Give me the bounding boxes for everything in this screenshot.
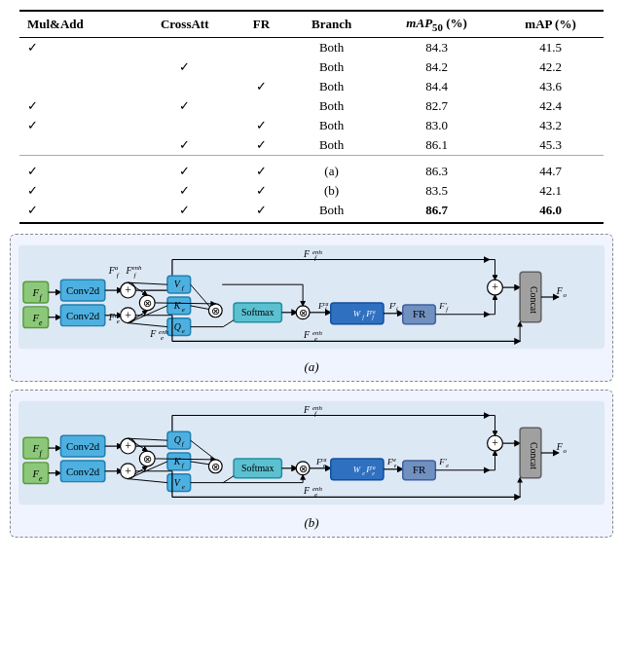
diagram-a-svg: F f Conv2d F f a F f enh + F — [18, 244, 605, 352]
svg-text:+: + — [492, 436, 498, 450]
svg-text:Conv2d: Conv2d — [66, 309, 100, 320]
svg-text:+: + — [125, 464, 131, 477]
svg-text:w: w — [392, 456, 396, 462]
col-header-map50: mAP50 (%) — [376, 11, 497, 37]
check-cell: ✓ — [134, 96, 236, 116]
svg-text:e: e — [182, 326, 185, 333]
check-cell: ✓ — [19, 37, 134, 57]
svg-text:FR: FR — [413, 463, 426, 474]
svg-text:Q: Q — [174, 320, 181, 331]
svg-text:a: a — [115, 264, 119, 271]
map50-cell: 84.2 — [376, 57, 497, 77]
svg-text:enh: enh — [159, 328, 169, 335]
diagram-b-svg: F f Conv2d + F f enh Q f K f — [18, 400, 605, 507]
map50-cell: 84.4 — [376, 77, 497, 96]
table-row: ✓Both84.341.5 — [19, 37, 604, 57]
map-cell: 44.7 — [497, 162, 604, 181]
table-row: ✓✓✓(a)86.344.7 — [19, 162, 604, 181]
svg-text:e: e — [182, 305, 185, 312]
svg-text:ca: ca — [370, 464, 376, 469]
col-header-fr: FR — [236, 11, 287, 37]
map50-cell: 86.7 — [376, 201, 497, 223]
svg-text:e: e — [182, 482, 185, 489]
table-row: ✓✓Both82.742.4 — [19, 96, 604, 116]
branch-cell: Both — [287, 135, 376, 156]
svg-text:⊗: ⊗ — [299, 306, 308, 317]
svg-text:o: o — [564, 291, 568, 298]
svg-text:⊗: ⊗ — [299, 462, 308, 473]
svg-text:enh: enh — [312, 485, 323, 492]
svg-text:enh: enh — [312, 247, 323, 254]
branch-cell: Both — [287, 37, 376, 57]
svg-text:⊗: ⊗ — [211, 304, 220, 316]
check-cell: ✓ — [134, 201, 236, 223]
svg-text:+: + — [125, 439, 131, 453]
svg-text:o: o — [564, 447, 568, 454]
col-header-map: mAP (%) — [497, 11, 604, 37]
svg-text:e: e — [39, 317, 43, 326]
svg-text:ca: ca — [321, 456, 327, 462]
branch-cell: Both — [287, 201, 376, 223]
col-header-branch: Branch — [287, 11, 376, 37]
check-cell: ✓ — [19, 181, 134, 201]
svg-text:F: F — [556, 285, 564, 296]
diagram-b-label: (b) — [18, 515, 605, 531]
map-cell: 43.2 — [497, 116, 604, 135]
branch-cell: Both — [287, 96, 376, 116]
diagram-a-label: (a) — [18, 359, 605, 375]
svg-text:⊗: ⊗ — [143, 296, 152, 308]
check-cell: ✓ — [134, 57, 236, 77]
map-cell: 43.6 — [497, 77, 604, 96]
check-cell: ✓ — [134, 162, 236, 181]
svg-text:e: e — [372, 469, 375, 475]
svg-text:ca: ca — [370, 308, 376, 314]
col-header-crossatt: CrossAtt — [134, 11, 236, 37]
svg-text:ca: ca — [323, 300, 329, 306]
svg-text:FR: FR — [413, 307, 426, 318]
check-cell: ✓ — [19, 116, 134, 135]
check-cell — [236, 57, 287, 77]
check-cell — [19, 135, 134, 156]
map50-cell: 82.7 — [376, 96, 497, 116]
check-cell: ✓ — [236, 135, 287, 156]
svg-text:e: e — [394, 462, 397, 467]
svg-text:Conv2d: Conv2d — [66, 440, 100, 452]
table-row: ✓✓✓Both86.746.0 — [19, 201, 604, 223]
check-cell — [134, 37, 236, 57]
check-cell: ✓ — [236, 77, 287, 96]
svg-text:Conv2d: Conv2d — [66, 465, 100, 476]
svg-text:Q: Q — [174, 434, 181, 445]
svg-text:F: F — [303, 329, 311, 340]
svg-text:F: F — [149, 328, 157, 339]
svg-text:e: e — [446, 462, 449, 467]
diagram-a: F f Conv2d F f a F f enh + F — [10, 234, 613, 382]
check-cell — [134, 116, 236, 135]
branch-cell: Both — [287, 57, 376, 77]
check-cell: ✓ — [134, 181, 236, 201]
check-cell — [236, 96, 287, 116]
check-cell — [134, 77, 236, 96]
check-cell: ✓ — [236, 181, 287, 201]
col-header-muladd: Mul&Add — [19, 11, 134, 37]
svg-text:K: K — [173, 455, 181, 466]
svg-text:F: F — [556, 441, 564, 452]
svg-text:V: V — [174, 476, 181, 487]
check-cell — [19, 57, 134, 77]
svg-text:e: e — [362, 469, 365, 475]
table-row: ✓Both84.443.6 — [19, 77, 604, 96]
svg-text:enh: enh — [312, 403, 323, 410]
svg-text:enh: enh — [312, 329, 323, 336]
check-cell: ✓ — [236, 162, 287, 181]
svg-text:F: F — [303, 403, 311, 414]
branch-cell: Both — [287, 77, 376, 96]
branch-cell: Both — [287, 116, 376, 135]
table-row: ✓✓Both83.043.2 — [19, 116, 604, 135]
svg-text:K: K — [173, 299, 181, 310]
svg-text:F: F — [303, 485, 311, 496]
diagrams-section: F f Conv2d F f a F f enh + F — [0, 229, 623, 542]
svg-text:Conv2d: Conv2d — [66, 284, 100, 296]
svg-text:⊗: ⊗ — [211, 460, 220, 471]
svg-text:⊗: ⊗ — [143, 452, 152, 464]
map-cell: 41.5 — [497, 37, 604, 57]
svg-text:Concat: Concat — [529, 286, 539, 314]
